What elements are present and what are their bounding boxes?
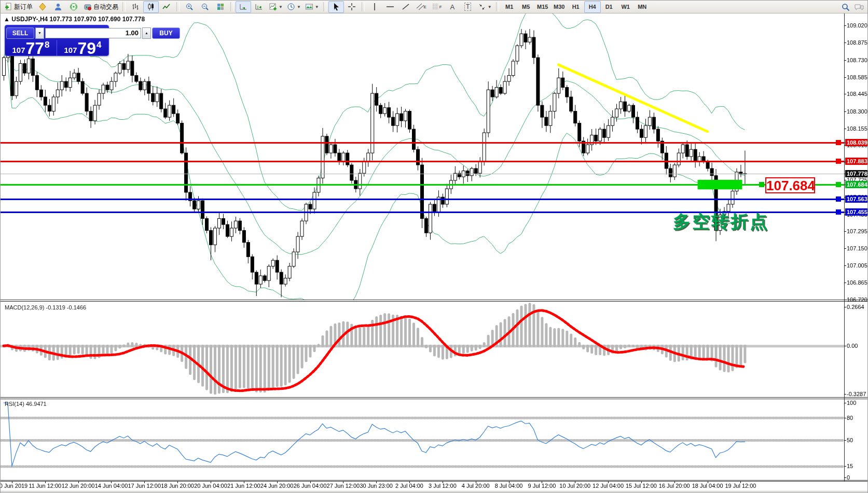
price-badge-107.563: 107.563: [845, 195, 868, 203]
price-tick-label: 106.865: [847, 279, 868, 286]
price-tick-label: 108.300: [847, 108, 868, 115]
one-click-trading-panel: SELL ▼ ▲ BUY 107 77 8 107 79 4: [5, 25, 109, 56]
price-tick-label: 107.295: [847, 228, 868, 234]
rsi-scale-15: 15: [847, 463, 868, 469]
macd-name: MACD(12,26,9): [5, 304, 44, 311]
price-badge-107.684: 107.684: [845, 181, 868, 188]
trade-panel-top-row: SELL ▼ ▲ BUY: [5, 25, 108, 39]
price-badge-107.455: 107.455: [845, 208, 868, 216]
price-tick-label: 106.720: [847, 297, 868, 303]
window-bottom-strip: [1, 491, 868, 493]
buy-price-main: 79: [77, 41, 96, 55]
price-tick-label: 108.155: [847, 125, 868, 132]
price-tick-label: 108.875: [847, 39, 868, 46]
macd-values: -0.1319 -0.1466: [46, 304, 86, 311]
price-tick-label: 109.020: [847, 22, 868, 29]
macd-scale-zero: 0.00: [847, 343, 868, 349]
macd-label: MACD(12,26,9) -0.1319 -0.1466: [5, 304, 86, 311]
volume-input[interactable]: [45, 28, 141, 38]
chart-area[interactable]: [1, 1, 868, 493]
sell-price-main: 77: [25, 41, 44, 55]
mt4-window: 新订单 自动交易: [0, 0, 868, 493]
rsi-scale-80: 80: [847, 415, 868, 421]
price-badge-107.883: 107.883: [845, 158, 868, 165]
sell-price[interactable]: 107 77 8: [5, 40, 57, 56]
price-tick-label: 108.445: [847, 91, 868, 97]
price-callout-box[interactable]: 107.684: [765, 177, 815, 193]
rsi-scale-50: 50: [847, 437, 868, 443]
price-tick-label: 108.585: [847, 74, 868, 80]
sell-button[interactable]: SELL: [6, 27, 34, 39]
rsi-value: 46.9471: [26, 401, 47, 407]
price-tick-label: 107.150: [847, 245, 868, 251]
collapse-triangle-icon[interactable]: ▲: [4, 16, 10, 23]
price-tick-label: 107.005: [847, 262, 868, 269]
sell-price-pip: 8: [45, 40, 49, 50]
rsi-scale-0: 0: [847, 474, 868, 481]
buy-price-pip: 4: [97, 40, 101, 50]
chart-symbol-period: USDJPY-,H4: [11, 16, 48, 23]
trade-panel-prices: 107 77 8 107 79 4: [5, 40, 108, 56]
price-badge-108.039: 108.039: [845, 139, 868, 146]
volume-decrease-button[interactable]: ▼: [35, 27, 44, 39]
chart-title: ▲ USDJPY-,H4 107.773 107.970 107.690 107…: [4, 16, 145, 23]
buy-button[interactable]: BUY: [152, 27, 180, 39]
time-axis-label: 19 Jul 12:00: [719, 483, 762, 489]
price-badge-107.778: 107.778: [845, 170, 868, 177]
buy-price-prefix: 107: [64, 46, 77, 54]
chart-ohlc-values: 107.773 107.970 107.690 107.778: [50, 16, 145, 23]
macd-scale-min: -0.3287: [847, 391, 868, 397]
macd-scale-max: 0.2664: [847, 304, 868, 310]
price-tick-label: 108.730: [847, 57, 868, 63]
rsi-name: RSI(14): [5, 401, 24, 407]
buy-price[interactable]: 107 79 4: [57, 40, 108, 56]
volume-increase-button[interactable]: ▲: [142, 27, 151, 39]
sell-price-prefix: 107: [12, 46, 25, 54]
rsi-scale-100: 100: [847, 400, 868, 406]
chinese-annotation-text[interactable]: 多空转折点: [673, 210, 769, 234]
rsi-label: RSI(14) 46.9471: [5, 401, 47, 407]
